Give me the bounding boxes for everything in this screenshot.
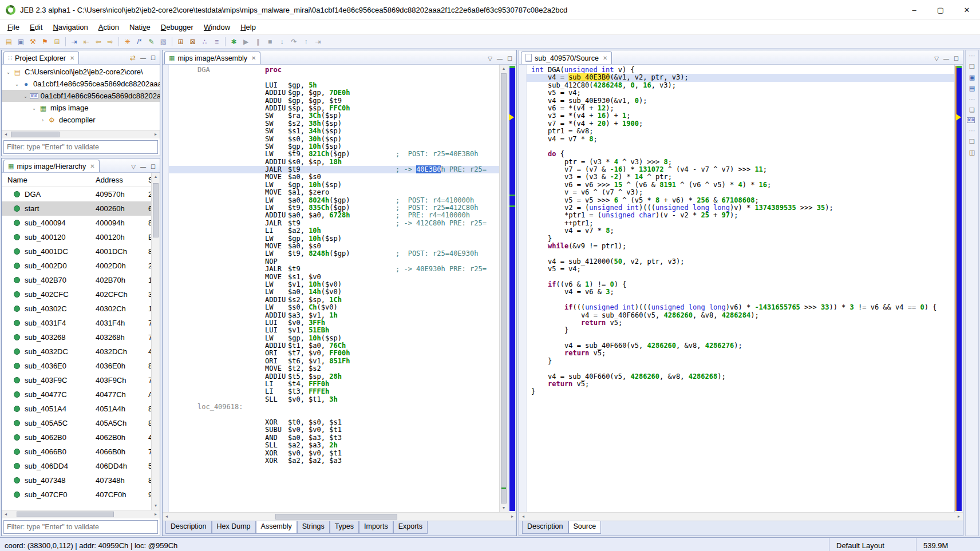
- asm-line[interactable]: SW$s2, 38h($sp): [169, 120, 499, 128]
- minimize-view-icon[interactable]: —: [140, 55, 146, 61]
- source-line[interactable]: sub_412C80(4286248, 0, 16, v3);: [527, 82, 954, 89]
- source-line[interactable]: v2 = (unsigned int)(((unsigned long long…: [527, 204, 954, 212]
- restore-view-icon[interactable]: ❏: [969, 106, 975, 113]
- scroll-left-icon[interactable]: ◂: [519, 513, 527, 521]
- scroll-right-icon[interactable]: ▸: [152, 510, 160, 518]
- run-icon[interactable]: ▶: [240, 36, 252, 47]
- chevron-down-icon[interactable]: ⌄: [4, 69, 13, 75]
- source-line[interactable]: }: [527, 327, 954, 334]
- column-header[interactable]: Name: [2, 176, 92, 184]
- source-line[interactable]: [527, 143, 954, 150]
- asm-line[interactable]: SW$ra, 3Ch($sp): [169, 112, 499, 120]
- source-line[interactable]: v4 = v6 & 3;: [527, 288, 954, 296]
- maximize-view-icon[interactable]: ☐: [151, 164, 156, 170]
- asm-line[interactable]: MOVE$t2, $s2: [169, 365, 499, 372]
- tab-assembly[interactable]: ▦ mips image/Assembly ✕: [164, 51, 260, 64]
- close-icon[interactable]: ✕: [90, 163, 94, 169]
- minimize-view-icon[interactable]: —: [497, 56, 503, 62]
- asm-line[interactable]: LUI$v1, 51EBh: [169, 327, 499, 334]
- rename-icon[interactable]: ✎: [145, 36, 157, 47]
- asm-line[interactable]: ADDIU$s2, $sp, 1Ch: [169, 296, 499, 304]
- scroll-right-icon[interactable]: ▸: [955, 513, 963, 521]
- source-line[interactable]: [527, 335, 954, 342]
- asm-line[interactable]: MOVE$a0, $s0: [169, 173, 499, 181]
- chevron-down-icon[interactable]: ⌄: [13, 81, 21, 87]
- source-line[interactable]: v4 = sub_412000(50, v2, ptr, v3);: [527, 258, 954, 265]
- asm-line[interactable]: LW$a0, 8024h($gp); POST: r4=410000h: [169, 197, 499, 204]
- back-icon[interactable]: ⇦: [92, 36, 104, 47]
- scroll-up-icon[interactable]: ▴: [500, 65, 508, 73]
- table-row[interactable]: sub_4062B04062B0h4: [2, 430, 151, 445]
- chevron-right-icon[interactable]: ›: [38, 117, 47, 123]
- interactive-icon[interactable]: ∴: [199, 36, 211, 47]
- scroll-left-icon[interactable]: ◂: [2, 130, 10, 138]
- layout-view-icon[interactable]: ◫: [969, 149, 975, 156]
- console-view-icon[interactable]: ▤: [969, 85, 975, 92]
- hierarchy-filter-input[interactable]: [3, 520, 158, 534]
- table-row[interactable]: sub_4066B04066B0h7: [2, 445, 151, 459]
- close-icon[interactable]: ✕: [251, 55, 256, 61]
- asm-line[interactable]: SLL$v0, $t1, 3h: [169, 396, 499, 403]
- asm-line[interactable]: SW$gp, 10h($sp): [169, 143, 499, 150]
- asm-line[interactable]: ORI$t6, $v1, 851Fh: [169, 358, 499, 365]
- source-line[interactable]: v5 = v4;: [527, 89, 954, 97]
- asm-line[interactable]: MOVE$a0, $s0: [169, 243, 499, 250]
- source-line[interactable]: v4 = v7 * 8;: [527, 136, 954, 143]
- hex-edit-icon[interactable]: ⊠: [187, 36, 199, 47]
- tree-view-icon[interactable]: ≡: [211, 36, 223, 47]
- table-header[interactable]: NameAddressSize: [2, 173, 151, 187]
- tab-project-explorer[interactable]: ∷ Project Explorer ✕: [3, 51, 79, 64]
- minimize-button[interactable]: –: [901, 0, 927, 19]
- asm-line[interactable]: [169, 74, 499, 81]
- step-out-icon[interactable]: ↑: [300, 36, 312, 47]
- asm-line[interactable]: JALR$t9; -> 40E930h PRE: r25=: [169, 265, 499, 273]
- table-row[interactable]: sub_4001DC4001DCh8: [2, 244, 151, 259]
- source-line[interactable]: }: [527, 388, 954, 395]
- tree-item[interactable]: ⌄●0a1cbf14e86c956cea5869dc88202aaa2f1c22…: [2, 78, 160, 90]
- assembly-tab-description[interactable]: Description: [165, 521, 212, 534]
- open-file-icon[interactable]: ▤: [3, 36, 15, 47]
- alarm-icon[interactable]: ⚑: [39, 36, 51, 47]
- horizontal-scrollbar[interactable]: ◂ ▸: [163, 512, 516, 521]
- link-editor-icon[interactable]: ⇄: [130, 54, 136, 62]
- asm-line[interactable]: loc_409618:: [169, 403, 499, 411]
- source-line[interactable]: [527, 365, 954, 372]
- column-header[interactable]: Address: [92, 176, 145, 184]
- menu-file[interactable]: File: [2, 21, 25, 33]
- stop-icon[interactable]: ■: [264, 36, 276, 47]
- source-line[interactable]: *ptr1 = (unsigned char)(v - v2 * 25 + 97…: [527, 212, 954, 219]
- table-row[interactable]: sub_402B70402B70h1: [2, 273, 151, 287]
- overview-ruler[interactable]: [954, 65, 963, 512]
- table-row[interactable]: sub_4031F44031F4h7: [2, 316, 151, 330]
- table-row[interactable]: sub_4036E04036E0h8: [2, 359, 151, 373]
- source-line[interactable]: if((v6 & 1) != 0) {: [527, 281, 954, 288]
- scroll-left-icon[interactable]: ◂: [2, 510, 10, 518]
- tree-item[interactable]: ⌄▦mips image: [2, 102, 160, 114]
- table-row[interactable]: sub_40477C40477ChA: [2, 387, 151, 402]
- source-line[interactable]: do {: [527, 150, 954, 158]
- goto-list-icon[interactable]: ⇤: [80, 36, 92, 47]
- close-icon[interactable]: ✕: [70, 55, 74, 61]
- source-line[interactable]: v4 = sub_40F660(v5, 4286260, &v8, 428627…: [527, 342, 954, 350]
- assembly-tab-types[interactable]: Types: [330, 521, 359, 534]
- tab-hierarchy[interactable]: ▦ mips image/Hierarchy ✕: [3, 160, 100, 172]
- script-icon[interactable]: ▧: [157, 36, 169, 47]
- assembly-editor[interactable]: DGAprocLUI$gp, 5hADDIU$gp, $gp, 7DE0hADD…: [169, 65, 499, 512]
- source-line[interactable]: v4 = sub_40F660(v5, 4286260, &v8, 428628…: [527, 312, 954, 319]
- debug-start-icon[interactable]: ✱: [228, 36, 240, 47]
- asm-line[interactable]: LUI$gp, 5h: [169, 82, 499, 89]
- source-line[interactable]: v5 = v4;: [527, 265, 954, 273]
- scroll-down-icon[interactable]: ▾: [152, 502, 160, 510]
- asm-line[interactable]: DGAproc: [169, 66, 499, 74]
- goto-address-icon[interactable]: ⇥: [68, 36, 80, 47]
- overview-ruler[interactable]: [508, 65, 516, 512]
- assembly-tab-imports[interactable]: Imports: [359, 521, 393, 534]
- tree-item[interactable]: ›⚙decompiler: [2, 114, 160, 126]
- vertical-scrollbar[interactable]: ▴ ▾: [151, 173, 160, 510]
- table-row[interactable]: sub_402CFC402CFCh3: [2, 287, 151, 302]
- menu-native[interactable]: Native: [124, 21, 156, 33]
- hex-view-icon[interactable]: ⊞: [175, 36, 187, 47]
- asm-line[interactable]: ADDIU$a0, $a0, 6728h; PRE: r4=410000h: [169, 212, 499, 219]
- status-layout[interactable]: Default Layout: [829, 538, 916, 551]
- minimize-view-icon[interactable]: —: [943, 56, 949, 62]
